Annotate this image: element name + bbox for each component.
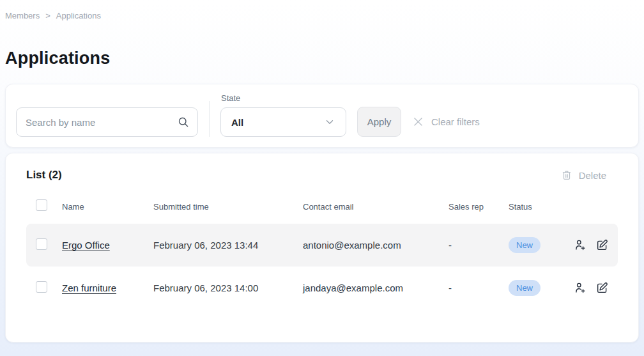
close-icon <box>412 116 424 128</box>
column-header: Status <box>509 202 574 212</box>
breadcrumb-item[interactable]: Members <box>5 11 40 20</box>
chevron-down-icon <box>324 116 335 128</box>
delete-label: Delete <box>579 170 606 181</box>
list-header: List (2) Delete <box>26 169 618 182</box>
submitted-time-cell: February 06, 2023 14:00 <box>153 282 303 293</box>
filter-panel: State All Apply Clear filters <box>5 84 639 148</box>
select-all-checkbox[interactable] <box>36 199 47 211</box>
breadcrumb-separator: > <box>45 11 50 20</box>
breadcrumb-item[interactable]: Applications <box>56 11 101 20</box>
sales-rep-cell: - <box>448 282 509 293</box>
table-row[interactable]: Ergo Office February 06, 2023 13:44 anto… <box>26 224 618 267</box>
edit-icon[interactable] <box>595 281 609 295</box>
search-input[interactable] <box>16 107 198 137</box>
table-row[interactable]: Zen furniture February 06, 2023 14:00 ja… <box>26 267 618 309</box>
contact-email-cell: jandaya@example.com <box>303 282 448 293</box>
list-title: List (2) <box>26 169 62 182</box>
edit-icon[interactable] <box>595 238 609 252</box>
page-title: Applications <box>5 49 644 68</box>
search-icon[interactable] <box>177 116 190 128</box>
column-header: Name <box>62 202 153 212</box>
breadcrumb: Members>Applications <box>0 0 644 20</box>
application-name-link[interactable]: Ergo Office <box>62 240 110 251</box>
row-actions <box>574 238 618 252</box>
table-body: Ergo Office February 06, 2023 13:44 anto… <box>26 224 618 309</box>
status-badge: New <box>509 237 540 253</box>
column-header: Sales rep <box>448 202 509 212</box>
applications-table: NameSubmitted timeContact emailSales rep… <box>26 199 618 309</box>
contact-email-cell: antonio@example.com <box>303 240 448 251</box>
person-add-icon[interactable] <box>574 238 587 252</box>
submitted-time-cell: February 06, 2023 13:44 <box>153 240 303 251</box>
search-field-wrap <box>16 107 198 137</box>
state-label: State <box>221 93 346 103</box>
table-header-row: NameSubmitted timeContact emailSales rep… <box>26 199 618 213</box>
sales-rep-cell: - <box>448 240 509 251</box>
row-checkbox[interactable] <box>36 281 47 293</box>
filter-divider <box>209 101 210 137</box>
person-add-icon[interactable] <box>574 281 587 295</box>
list-panel: List (2) Delete NameSubmitted timeContac… <box>5 153 639 343</box>
select-all-cell <box>26 199 62 213</box>
clear-filters-label: Clear filters <box>431 116 480 127</box>
trash-icon <box>561 169 572 181</box>
row-actions <box>574 281 618 295</box>
state-filter: State All <box>220 93 346 137</box>
application-name-link[interactable]: Zen furniture <box>62 282 116 293</box>
row-checkbox[interactable] <box>36 238 47 250</box>
state-select[interactable]: All <box>220 107 346 137</box>
clear-filters-button[interactable]: Clear filters <box>412 107 480 137</box>
delete-button[interactable]: Delete <box>561 169 618 181</box>
state-selected-value: All <box>231 117 243 128</box>
row-checkbox-cell <box>26 281 62 295</box>
column-header: Contact email <box>303 202 448 212</box>
row-checkbox-cell <box>26 238 62 252</box>
apply-button[interactable]: Apply <box>357 107 401 137</box>
status-badge: New <box>509 280 540 296</box>
applications-page: Members>Applications Applications State … <box>0 0 644 356</box>
column-header: Submitted time <box>153 202 303 212</box>
